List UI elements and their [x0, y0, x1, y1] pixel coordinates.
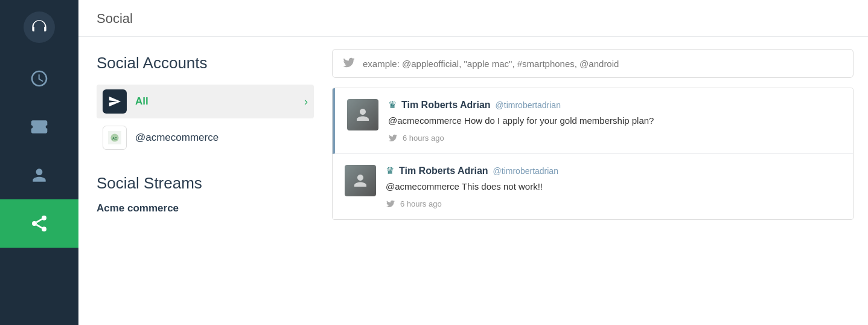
- all-account-name: All: [135, 95, 148, 108]
- sidebar: [0, 0, 78, 325]
- logo-icon: [24, 11, 55, 43]
- twitter-meta-icon-2: [386, 199, 395, 208]
- tweet-meta-2: 6 hours ago: [386, 199, 841, 208]
- page-header: Social: [78, 0, 868, 37]
- page-title: Social: [97, 11, 850, 27]
- acme-logo-icon: AC: [108, 131, 121, 144]
- search-bar[interactable]: [332, 49, 854, 78]
- tweet-time-2: 6 hours ago: [400, 199, 442, 208]
- author-name-2: Tim Roberts Adrian: [399, 166, 488, 176]
- chevron-right-icon: ›: [304, 95, 308, 108]
- twitter-search-icon: [342, 56, 356, 71]
- account-list: All › AC @acmecommerc: [97, 85, 314, 155]
- dashboard-icon: [30, 69, 49, 88]
- stream-link-acme[interactable]: Acme commerce: [97, 202, 314, 214]
- svg-line-4: [36, 219, 42, 222]
- tweet-text-1: @acmecommerce How do I apply for your go…: [388, 114, 841, 127]
- main-content: Social Social Accounts All ›: [78, 0, 868, 325]
- crown-icon-1: ♛: [388, 99, 397, 111]
- tweet-author-line-2: ♛ Tim Roberts Adrian @timrobertadrian: [386, 165, 841, 176]
- account-item-acmecommerce[interactable]: AC @acmecommerce: [97, 121, 314, 155]
- tweet-card-1: ♛ Tim Roberts Adrian @timrobertadrian @a…: [333, 88, 853, 154]
- avatar-1: [347, 99, 378, 130]
- svg-point-0: [42, 216, 46, 220]
- crown-icon-2: ♛: [386, 165, 394, 176]
- person-icon-2: [351, 172, 369, 190]
- headset-icon: [31, 19, 48, 36]
- acme-account-name: @acmecommerce: [135, 132, 219, 144]
- avatar-2: [345, 165, 376, 196]
- tweet-card-2: ♛ Tim Roberts Adrian @timrobertadrian @a…: [333, 154, 853, 219]
- search-input[interactable]: [363, 59, 843, 69]
- svg-text:AC: AC: [112, 137, 117, 140]
- tweet-time-1: 6 hours ago: [403, 134, 444, 143]
- tweet-meta-1: 6 hours ago: [388, 133, 841, 143]
- person-icon: [354, 106, 372, 124]
- all-account-icon: [103, 89, 127, 114]
- svg-point-1: [32, 221, 37, 226]
- tweet-feed: ♛ Tim Roberts Adrian @timrobertadrian @a…: [332, 88, 854, 220]
- contacts-icon: [30, 166, 49, 185]
- social-streams-section: Social Streams Acme commerce: [97, 174, 314, 214]
- author-handle-1: @timrobertadrian: [496, 100, 561, 110]
- streams-section-title: Social Streams: [97, 174, 314, 193]
- sidebar-logo: [0, 0, 78, 54]
- content-area: Social Accounts All ›: [78, 37, 868, 325]
- sidebar-item-social[interactable]: [0, 199, 78, 248]
- left-panel: Social Accounts All ›: [78, 37, 332, 325]
- sidebar-item-contacts[interactable]: [0, 151, 78, 199]
- accounts-section-title: Social Accounts: [97, 54, 314, 72]
- twitter-meta-icon-1: [388, 133, 398, 143]
- tweet-body-2: ♛ Tim Roberts Adrian @timrobertadrian @a…: [386, 165, 841, 208]
- author-handle-2: @timrobertadrian: [493, 166, 558, 176]
- svg-point-2: [42, 227, 46, 231]
- tickets-icon: [30, 117, 49, 137]
- account-item-all[interactable]: All ›: [97, 85, 314, 118]
- tweet-text-2: @acmecommerce This does not work!!: [386, 180, 841, 193]
- sidebar-item-dashboard[interactable]: [0, 54, 78, 103]
- social-icon: [30, 214, 49, 233]
- author-name-1: Tim Roberts Adrian: [401, 100, 491, 111]
- sidebar-item-tickets[interactable]: [0, 103, 78, 151]
- svg-line-3: [36, 225, 42, 228]
- paper-plane-icon: [108, 95, 121, 108]
- sidebar-nav: [0, 54, 78, 248]
- acme-account-icon: AC: [103, 126, 127, 150]
- tweet-body-1: ♛ Tim Roberts Adrian @timrobertadrian @a…: [388, 99, 841, 143]
- tweet-author-line-1: ♛ Tim Roberts Adrian @timrobertadrian: [388, 99, 841, 111]
- social-accounts-section: Social Accounts All ›: [97, 54, 314, 155]
- right-panel: ♛ Tim Roberts Adrian @timrobertadrian @a…: [332, 37, 868, 325]
